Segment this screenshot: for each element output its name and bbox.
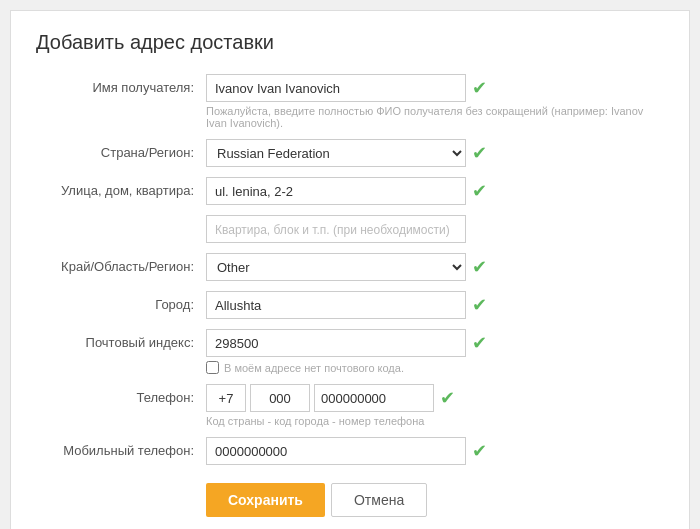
save-button[interactable]: Сохранить bbox=[206, 483, 325, 517]
phone-row: Телефон: ✔ Код страны - код города - ном… bbox=[36, 384, 664, 427]
recipient-field: ✔ Пожалуйста, введите полностью ФИО полу… bbox=[206, 74, 664, 129]
region-select[interactable]: Other Moscow Saint Petersburg bbox=[206, 253, 466, 281]
phone-input-group: ✔ bbox=[206, 384, 664, 412]
postal-input-group: ✔ bbox=[206, 329, 664, 357]
mobile-input[interactable] bbox=[206, 437, 466, 465]
mobile-row: Мобильный телефон: ✔ bbox=[36, 437, 664, 465]
postal-checkbox-row: В моём адресе нет почтового кода. bbox=[206, 361, 664, 374]
region-field: Other Moscow Saint Petersburg ✔ bbox=[206, 253, 664, 281]
apartment-row bbox=[36, 215, 664, 243]
city-input[interactable] bbox=[206, 291, 466, 319]
country-check-icon: ✔ bbox=[472, 144, 487, 162]
street-input[interactable] bbox=[206, 177, 466, 205]
city-label: Город: bbox=[36, 291, 206, 312]
recipient-input-group: ✔ bbox=[206, 74, 664, 102]
country-input-group: Russian Federation United States Germany… bbox=[206, 139, 664, 167]
region-input-group: Other Moscow Saint Petersburg ✔ bbox=[206, 253, 664, 281]
postal-input[interactable] bbox=[206, 329, 466, 357]
apartment-label bbox=[36, 215, 206, 221]
postal-field: ✔ В моём адресе нет почтового кода. bbox=[206, 329, 664, 374]
city-input-group: ✔ bbox=[206, 291, 664, 319]
recipient-hint: Пожалуйста, введите полностью ФИО получа… bbox=[206, 105, 664, 129]
region-check-icon: ✔ bbox=[472, 258, 487, 276]
postal-row: Почтовый индекс: ✔ В моём адресе нет поч… bbox=[36, 329, 664, 374]
region-label: Край/Область/Регион: bbox=[36, 253, 206, 274]
phone-number-input[interactable] bbox=[314, 384, 434, 412]
apartment-input[interactable] bbox=[206, 215, 466, 243]
region-row: Край/Область/Регион: Other Moscow Saint … bbox=[36, 253, 664, 281]
postal-label: Почтовый индекс: bbox=[36, 329, 206, 350]
phone-check-icon: ✔ bbox=[440, 389, 455, 407]
phone-inputs bbox=[206, 384, 434, 412]
street-label: Улица, дом, квартира: bbox=[36, 177, 206, 198]
country-select[interactable]: Russian Federation United States Germany bbox=[206, 139, 466, 167]
street-field: ✔ bbox=[206, 177, 664, 205]
street-check-icon: ✔ bbox=[472, 182, 487, 200]
buttons-row: Сохранить Отмена bbox=[36, 483, 664, 517]
street-row: Улица, дом, квартира: ✔ bbox=[36, 177, 664, 205]
phone-field: ✔ Код страны - код города - номер телефо… bbox=[206, 384, 664, 427]
form-container: Добавить адрес доставки Имя получателя: … bbox=[10, 10, 690, 529]
no-postal-label: В моём адресе нет почтового кода. bbox=[224, 362, 404, 374]
page-title: Добавить адрес доставки bbox=[36, 31, 664, 54]
recipient-row: Имя получателя: ✔ Пожалуйста, введите по… bbox=[36, 74, 664, 129]
apartment-field bbox=[206, 215, 664, 243]
mobile-input-group: ✔ bbox=[206, 437, 664, 465]
mobile-label: Мобильный телефон: bbox=[36, 437, 206, 458]
cancel-button[interactable]: Отмена bbox=[331, 483, 427, 517]
phone-area-input[interactable] bbox=[250, 384, 310, 412]
city-field: ✔ bbox=[206, 291, 664, 319]
mobile-check-icon: ✔ bbox=[472, 442, 487, 460]
phone-label: Телефон: bbox=[36, 384, 206, 405]
phone-hint: Код страны - код города - номер телефона bbox=[206, 415, 664, 427]
postal-check-icon: ✔ bbox=[472, 334, 487, 352]
recipient-check-icon: ✔ bbox=[472, 79, 487, 97]
city-row: Город: ✔ bbox=[36, 291, 664, 319]
phone-country-input[interactable] bbox=[206, 384, 246, 412]
city-check-icon: ✔ bbox=[472, 296, 487, 314]
street-input-group: ✔ bbox=[206, 177, 664, 205]
country-row: Страна/Регион: Russian Federation United… bbox=[36, 139, 664, 167]
mobile-field: ✔ bbox=[206, 437, 664, 465]
recipient-label: Имя получателя: bbox=[36, 74, 206, 95]
country-label: Страна/Регион: bbox=[36, 139, 206, 160]
recipient-input[interactable] bbox=[206, 74, 466, 102]
country-field: Russian Federation United States Germany… bbox=[206, 139, 664, 167]
no-postal-checkbox[interactable] bbox=[206, 361, 219, 374]
